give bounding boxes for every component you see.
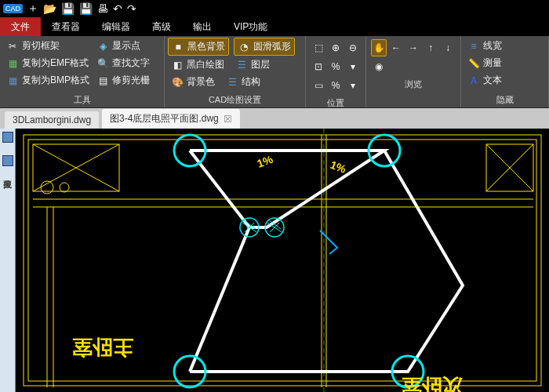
menu-bar: 文件 查看器 编辑器 高级 输出 VIP功能 — [0, 17, 549, 36]
nav-down-button[interactable]: ↓ — [440, 39, 456, 56]
bw-icon: ◧ — [171, 59, 184, 71]
redo-icon[interactable]: ↷ — [127, 2, 136, 15]
nav-left-button[interactable]: ← — [388, 39, 404, 56]
pct-label-2: 1% — [329, 158, 348, 176]
smooth-arc-button[interactable]: ◔圆滑弧形 — [234, 38, 295, 56]
main-area: 图纸 搜藏夹 — [0, 129, 549, 392]
measure-button[interactable]: 📏测量 — [464, 55, 545, 71]
pan-button[interactable]: ✋ — [371, 39, 387, 56]
label: 查找文字 — [112, 56, 150, 70]
label: 修剪光栅 — [112, 74, 150, 87]
find-text-button[interactable]: 🔍查找文字 — [93, 55, 153, 71]
ribbon-group-browse: ✋ ← → ↑ ↓ ◉ 浏览 — [366, 36, 461, 107]
label: 复制为BMP格式 — [22, 74, 89, 87]
svg-line-17 — [190, 227, 249, 372]
zoom-rect-button[interactable]: ⬚ — [311, 39, 326, 56]
side-tab-drawings[interactable]: 图纸 — [1, 146, 14, 152]
undo-icon[interactable]: ↶ — [113, 2, 122, 15]
bgcolor-icon: 🎨 — [171, 76, 184, 89]
black-bg-button[interactable]: ■黑色背景 — [168, 38, 229, 56]
dropdown2-button[interactable]: ▾ — [345, 77, 361, 94]
arrow-left-icon: ← — [390, 42, 402, 54]
select-icon: ▭ — [312, 79, 325, 92]
ruler-icon: 📏 — [467, 57, 480, 70]
zoom-out-icon: ⊖ — [347, 42, 359, 54]
scale-button[interactable]: % — [328, 58, 344, 75]
label: 图层 — [251, 58, 270, 71]
drawing-canvas[interactable]: 1% 1% 主卧室 次卧室 — [16, 129, 549, 392]
fit-button[interactable]: ⊡ — [311, 58, 326, 75]
svg-point-15 — [60, 183, 69, 192]
room-label-2: 次卧室 — [402, 375, 463, 392]
ribbon-group-cad: ■黑色背景 ◔圆滑弧形 ◧黑白绘图 ☰图层 🎨背景色 ☰结构 CAD绘图设置 — [165, 36, 306, 107]
label: 背景色 — [187, 75, 215, 89]
arrow-right-icon: → — [407, 42, 420, 54]
label: 黑色背景 — [187, 40, 225, 53]
show-point-button[interactable]: ◈显示点 — [93, 38, 153, 54]
linewidth-icon: ≡ — [467, 40, 480, 53]
label: 剪切框架 — [22, 39, 60, 53]
chevron-down-icon: ▾ — [347, 60, 359, 73]
text-icon: A — [467, 74, 480, 87]
bmp-icon: ▦ — [6, 74, 19, 87]
save-icon[interactable]: 💾 — [61, 2, 75, 15]
menu-advanced[interactable]: 高级 — [141, 17, 182, 36]
side-icon-1[interactable] — [2, 132, 13, 143]
app-icon: CAD — [3, 4, 23, 13]
select-button[interactable]: ▭ — [311, 77, 326, 94]
raster-button[interactable]: ▤修剪光栅 — [93, 72, 153, 89]
document-tabs: 3DLamborgini.dwg 图3-4底层电照平面图.dwg☒ — [0, 108, 549, 129]
zoom-out-button[interactable]: ⊖ — [345, 39, 361, 56]
side-panel: 图纸 搜藏夹 — [0, 129, 16, 392]
nav-right-button[interactable]: → — [405, 39, 421, 56]
home-button[interactable]: ◉ — [371, 58, 387, 75]
ribbon-group-hide: ≡线宽 📏测量 A文本 隐藏 — [461, 36, 549, 107]
menu-output[interactable]: 输出 — [182, 17, 223, 36]
room-label-1: 主卧室 — [72, 336, 134, 359]
menu-editor[interactable]: 编辑器 — [91, 17, 141, 36]
side-icon-2[interactable] — [2, 155, 13, 166]
menu-file[interactable]: 文件 — [0, 17, 41, 36]
print-icon[interactable]: 🖶 — [97, 2, 108, 15]
group-label-cad: CAD绘图设置 — [168, 93, 302, 106]
copy-emf-button[interactable]: ▦复制为EMF格式 — [3, 55, 93, 71]
label: 线宽 — [483, 39, 502, 53]
dropdown-button[interactable]: ▾ — [345, 58, 361, 75]
side-tab-favorites[interactable]: 搜藏夹 — [1, 169, 14, 176]
label: 黑白绘图 — [187, 58, 224, 71]
ribbon: ✂剪切框架 ▦复制为EMF格式 ▦复制为BMP格式 ◈显示点 🔍查找文字 ▤修剪… — [0, 36, 549, 108]
menu-vip[interactable]: VIP功能 — [223, 17, 278, 36]
layer-icon: ☰ — [235, 59, 248, 71]
bg-color-button[interactable]: 🎨背景色 — [168, 74, 218, 90]
clip-frame-button[interactable]: ✂剪切框架 — [3, 38, 93, 54]
layer-button[interactable]: ☰图层 — [232, 56, 273, 73]
tab-label: 图3-4底层电照平面图.dwg — [110, 112, 219, 125]
svg-point-14 — [41, 181, 53, 194]
open-icon[interactable]: 📂 — [43, 2, 56, 15]
nav-up-button[interactable]: ↑ — [423, 39, 438, 56]
pct-icon: % — [329, 79, 342, 92]
arrow-up-icon: ↑ — [424, 42, 437, 54]
pct-button[interactable]: % — [328, 77, 344, 94]
saveas-icon[interactable]: 💾 — [79, 2, 93, 15]
structure-icon: ☰ — [226, 76, 238, 89]
copy-bmp-button[interactable]: ▦复制为BMP格式 — [3, 72, 93, 89]
zoom-in-button[interactable]: ⊕ — [328, 39, 344, 56]
close-icon[interactable]: ☒ — [224, 114, 232, 125]
structure-button[interactable]: ☰结构 — [223, 74, 264, 90]
hand-icon: ✋ — [373, 42, 385, 54]
search-icon: 🔍 — [96, 57, 109, 70]
linewidth-button[interactable]: ≡线宽 — [464, 38, 545, 54]
cad-drawing: 1% 1% 主卧室 次卧室 — [16, 129, 549, 392]
black-bg-icon: ■ — [172, 41, 184, 53]
menu-viewer[interactable]: 查看器 — [41, 17, 91, 36]
emf-icon: ▦ — [6, 57, 19, 70]
doc-tab-2[interactable]: 图3-4底层电照平面图.dwg☒ — [102, 109, 240, 129]
zoom-rect-icon: ⬚ — [312, 42, 325, 54]
text-button[interactable]: A文本 — [464, 72, 545, 89]
bw-drawing-button[interactable]: ◧黑白绘图 — [168, 56, 227, 73]
group-label-tools: 工具 — [3, 93, 161, 106]
doc-tab-1[interactable]: 3DLamborgini.dwg — [5, 111, 99, 129]
new-icon[interactable]: ＋ — [27, 2, 38, 16]
zoom-in-icon: ⊕ — [329, 42, 342, 54]
